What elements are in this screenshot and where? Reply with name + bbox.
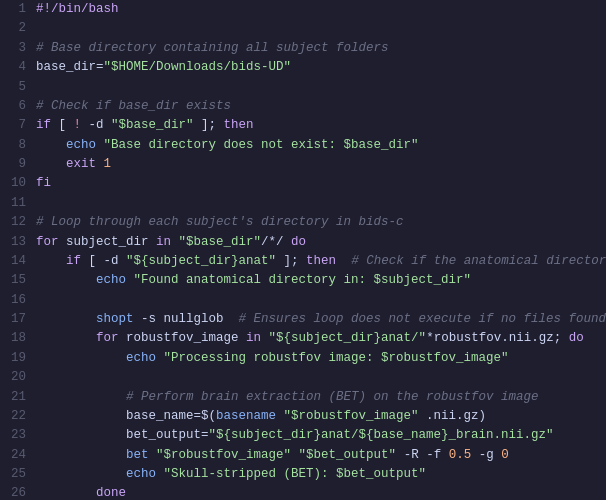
plain-token: subject_dir — [59, 235, 157, 249]
line-number: 15 — [0, 271, 36, 290]
code-line: 8 echo "Base directory does not exist: $… — [0, 136, 606, 155]
plain-token: bet_output= — [36, 428, 209, 442]
plain-token: ]; — [194, 118, 224, 132]
plain-token — [36, 351, 126, 365]
comment-token: # Base directory containing all subject … — [36, 41, 389, 55]
line-code: exit 1 — [36, 155, 606, 174]
number-token: 1 — [104, 157, 112, 171]
plain-token — [276, 409, 284, 423]
string-token: "Skull-stripped (BET): $bet_output" — [164, 467, 427, 481]
line-code: base_dir="$HOME/Downloads/bids-UD" — [36, 58, 606, 77]
command-token: basename — [216, 409, 276, 423]
string-token: "${subject_dir}anat/${base_name}_brain.n… — [209, 428, 554, 442]
line-number: 24 — [0, 446, 36, 465]
plain-token — [156, 351, 164, 365]
code-line: 15 echo "Found anatomical directory in: … — [0, 271, 606, 290]
line-code: echo "Skull-stripped (BET): $bet_output" — [36, 465, 606, 484]
code-line: 3# Base directory containing all subject… — [0, 39, 606, 58]
command-token: echo — [66, 138, 96, 152]
code-line: 18 for robustfov_image in "${subject_dir… — [0, 329, 606, 348]
code-line: 12# Loop through each subject's director… — [0, 213, 606, 232]
plain-token: *robustfov.nii.gz; — [426, 331, 569, 345]
code-line: 22 base_name=$(basename "$robustfov_imag… — [0, 407, 606, 426]
line-number: 17 — [0, 310, 36, 329]
plain-token — [96, 138, 104, 152]
keyword-token: do — [291, 235, 306, 249]
line-code: echo "Base directory does not exist: $ba… — [36, 136, 606, 155]
plain-token — [36, 486, 96, 500]
keyword-token: if — [36, 118, 51, 132]
line-number: 9 — [0, 155, 36, 174]
line-number: 18 — [0, 329, 36, 348]
keyword-token: for — [36, 235, 59, 249]
string-token: "Processing robustfov image: $robustfov_… — [164, 351, 509, 365]
code-line: 5 — [0, 78, 606, 97]
plain-token — [36, 312, 96, 326]
command-token: bet — [126, 448, 149, 462]
command-token: echo — [96, 273, 126, 287]
plain-token: -R -f — [396, 448, 449, 462]
code-line: 16 — [0, 291, 606, 310]
line-code — [36, 291, 606, 310]
string-token: "$bet_output" — [299, 448, 397, 462]
line-code: done — [36, 484, 606, 500]
keyword-token: do — [569, 331, 584, 345]
code-line: 20 — [0, 368, 606, 387]
plain-token — [126, 273, 134, 287]
string-token: "${subject_dir}anat" — [126, 254, 276, 268]
line-code: for robustfov_image in "${subject_dir}an… — [36, 329, 606, 348]
line-code — [36, 19, 606, 38]
plain-token: -d — [81, 118, 111, 132]
code-line: 24 bet "$robustfov_image" "$bet_output" … — [0, 446, 606, 465]
line-code: bet_output="${subject_dir}anat/${base_na… — [36, 426, 606, 445]
plain-token — [36, 254, 66, 268]
string-token: "$HOME/Downloads/bids-UD" — [104, 60, 292, 74]
line-number: 7 — [0, 116, 36, 135]
line-code: bet "$robustfov_image" "$bet_output" -R … — [36, 446, 606, 465]
line-number: 6 — [0, 97, 36, 116]
command-token: echo — [126, 467, 156, 481]
code-editor: 1#!/bin/bash23# Base directory containin… — [0, 0, 606, 500]
line-number: 26 — [0, 484, 36, 500]
code-line: 7if [ ! -d "$base_dir" ]; then — [0, 116, 606, 135]
code-line: 19 echo "Processing robustfov image: $ro… — [0, 349, 606, 368]
line-code: # Check if base_dir exists — [36, 97, 606, 116]
plain-token — [96, 157, 104, 171]
line-code — [36, 368, 606, 387]
line-number: 16 — [0, 291, 36, 310]
plain-token — [291, 448, 299, 462]
plain-token: [ — [51, 118, 74, 132]
plain-token: -s nullglob — [134, 312, 239, 326]
line-number: 4 — [0, 58, 36, 77]
plain-token — [36, 390, 126, 404]
plain-token — [171, 235, 179, 249]
code-line: 25 echo "Skull-stripped (BET): $bet_outp… — [0, 465, 606, 484]
comment-token: # Loop through each subject's directory … — [36, 215, 404, 229]
line-code: if [ -d "${subject_dir}anat" ]; then # C… — [36, 252, 606, 271]
code-line: 2 — [0, 19, 606, 38]
line-number: 8 — [0, 136, 36, 155]
code-line: 4base_dir="$HOME/Downloads/bids-UD" — [0, 58, 606, 77]
number-token: 0 — [501, 448, 509, 462]
plain-token: /*/ — [261, 235, 291, 249]
line-number: 3 — [0, 39, 36, 58]
shebang-token: #!/bin/bash — [36, 2, 119, 16]
string-token: "Base directory does not exist: $base_di… — [104, 138, 419, 152]
line-code: echo "Found anatomical directory in: $su… — [36, 271, 606, 290]
plain-token — [36, 331, 96, 345]
line-number: 11 — [0, 194, 36, 213]
code-line: 23 bet_output="${subject_dir}anat/${base… — [0, 426, 606, 445]
line-code: fi — [36, 174, 606, 193]
plain-token — [36, 157, 66, 171]
keyword-token: for — [96, 331, 119, 345]
line-number: 5 — [0, 78, 36, 97]
line-code: # Loop through each subject's directory … — [36, 213, 606, 232]
plain-token: [ -d — [81, 254, 126, 268]
plain-token: robustfov_image — [119, 331, 247, 345]
plain-token — [156, 467, 164, 481]
command-token: shopt — [96, 312, 134, 326]
comment-token: # Check if the anatomical directory exis… — [351, 254, 606, 268]
string-token: "$robustfov_image" — [284, 409, 419, 423]
line-code: # Base directory containing all subject … — [36, 39, 606, 58]
comment-token: # Ensures loop does not execute if no fi… — [239, 312, 606, 326]
